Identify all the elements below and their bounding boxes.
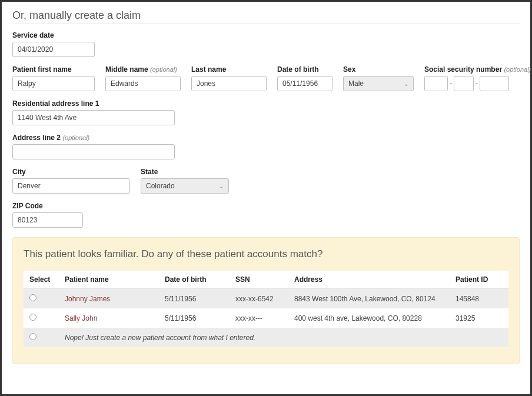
- ssn-optional: (optional): [504, 66, 531, 73]
- patient-match-table: Select Patient name Date of birth SSN Ad…: [24, 271, 508, 347]
- select-radio[interactable]: [29, 314, 36, 321]
- cell-ssn: xxx-xx---: [230, 308, 288, 328]
- ssn-label-text: Social security number: [424, 65, 502, 74]
- middle-name-label-text: Middle name: [105, 65, 148, 74]
- addr2-optional: (optional): [62, 134, 89, 141]
- cell-address: 8843 West 100th Ave, Lakewood, CO, 80124: [288, 289, 450, 309]
- col-pid: Patient ID: [450, 271, 508, 289]
- select-radio[interactable]: [29, 294, 36, 301]
- zip-label: ZIP Code: [12, 202, 83, 210]
- table-row: Sally John 5/11/1956 xxx-xx--- 400 west …: [24, 308, 508, 328]
- middle-name-label: Middle name (optional): [105, 65, 181, 74]
- addr2-label: Address line 2 (optional): [12, 134, 175, 142]
- city-input[interactable]: [12, 178, 130, 194]
- patient-match-title: This patient looks familiar. Do any of t…: [24, 248, 508, 260]
- addr2-input[interactable]: [12, 144, 175, 159]
- ssn-part3-input[interactable]: [480, 76, 509, 91]
- city-label: City: [12, 168, 130, 176]
- addr2-label-text: Address line 2: [12, 134, 61, 142]
- chevron-down-icon: ⌄: [219, 183, 224, 189]
- ssn-part1-input[interactable]: [424, 76, 448, 91]
- first-name-label: Patient first name: [12, 65, 95, 74]
- state-label: State: [141, 168, 229, 176]
- none-option-label: Nope! Just create a new patient account …: [59, 328, 508, 347]
- cell-address: 400 west 4th ave, Lakewood, CO, 80228: [288, 308, 450, 328]
- addr1-input[interactable]: [12, 110, 175, 125]
- col-address: Address: [288, 271, 450, 289]
- select-radio[interactable]: [29, 333, 36, 340]
- patient-name-link[interactable]: Sally John: [65, 314, 97, 322]
- cell-ssn: xxx-xx-6542: [230, 289, 288, 309]
- table-row-none: Nope! Just create a new patient account …: [24, 328, 508, 347]
- col-select: Select: [24, 271, 59, 289]
- col-ssn: SSN: [230, 271, 288, 289]
- middle-name-optional: (optional): [150, 66, 177, 73]
- chevron-down-icon: ⌄: [404, 81, 408, 87]
- col-dob: Date of birth: [159, 271, 230, 289]
- claim-form-container: Or, manually create a claim Service date…: [0, 0, 532, 396]
- state-selected-value: Colorado: [146, 182, 175, 190]
- patient-name-link[interactable]: Johnny James: [65, 295, 110, 303]
- zip-input[interactable]: [12, 212, 83, 228]
- cell-pid: 31925: [450, 308, 508, 328]
- table-row: Johnny James 5/11/1956 xxx-xx-6542 8843 …: [24, 289, 508, 309]
- cell-pid: 145848: [450, 289, 508, 309]
- sex-label: Sex: [343, 65, 414, 74]
- patient-match-panel: This patient looks familiar. Do any of t…: [12, 237, 520, 364]
- last-name-input[interactable]: [191, 76, 267, 91]
- ssn-group: - -: [424, 76, 518, 91]
- section-title: Or, manually create a claim: [12, 9, 520, 22]
- service-date-input[interactable]: [12, 42, 95, 57]
- first-name-input[interactable]: [12, 76, 95, 91]
- col-name: Patient name: [59, 271, 159, 289]
- sex-selected-value: Male: [348, 79, 364, 88]
- state-select[interactable]: Colorado ⌄: [141, 178, 229, 194]
- service-date-label: Service date: [12, 31, 95, 39]
- last-name-label: Last name: [191, 65, 267, 74]
- middle-name-input[interactable]: [105, 76, 181, 91]
- cell-dob: 5/11/1956: [159, 308, 230, 328]
- ssn-separator: -: [476, 79, 478, 88]
- addr1-label: Residential address line 1: [12, 99, 175, 108]
- ssn-separator: -: [450, 79, 452, 88]
- divider: [12, 24, 520, 24]
- table-header-row: Select Patient name Date of birth SSN Ad…: [24, 271, 508, 289]
- sex-select[interactable]: Male ⌄: [343, 76, 414, 91]
- ssn-part2-input[interactable]: [454, 76, 474, 91]
- dob-input[interactable]: [277, 76, 332, 91]
- cell-dob: 5/11/1956: [159, 289, 230, 309]
- dob-label: Date of birth: [277, 65, 332, 74]
- ssn-label: Social security number (optional): [424, 65, 518, 74]
